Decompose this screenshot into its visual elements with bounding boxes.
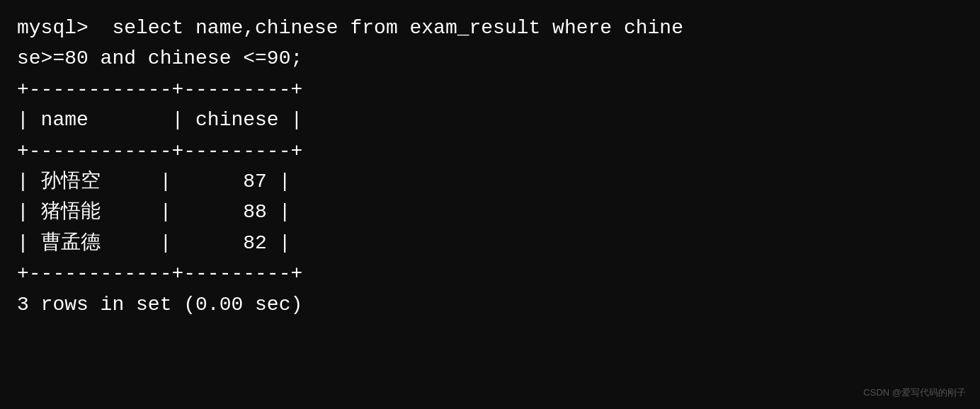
watermark: CSDN @爱写代码的刚子 xyxy=(863,386,966,399)
terminal-output: mysql> select name,chinese from exam_res… xyxy=(0,0,980,409)
